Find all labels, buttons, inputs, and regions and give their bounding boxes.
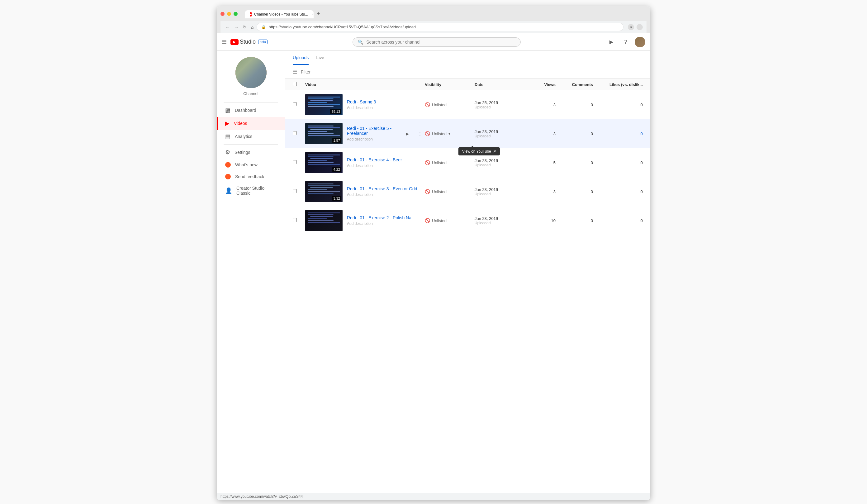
video-desc-1[interactable]: Add description — [347, 106, 425, 110]
header-right: ▶ ? — [606, 37, 645, 47]
row-date-1: Jan 25, 2019 Uploaded — [474, 100, 524, 109]
video-title-5[interactable]: Redi - 01 - Exercise 2 - Polish Na... — [347, 215, 425, 220]
date-main-4: Jan 23, 2019 — [474, 187, 524, 192]
reload-button[interactable]: ↻ — [242, 23, 248, 31]
video-title-1[interactable]: Redi - Spring 3 — [347, 99, 425, 104]
row-date-3: Jan 23, 2019 Uploaded — [474, 158, 524, 167]
studio-label: Studio — [240, 39, 256, 45]
url-box[interactable]: 🔒 https://studio.youtube.com/channel/UCP… — [257, 23, 623, 31]
row-checkbox-3[interactable] — [293, 160, 297, 164]
view-on-youtube-tooltip: View on YouTube ↗ — [458, 147, 500, 156]
sidebar-item-analytics[interactable]: ▤ Analytics — [217, 130, 285, 143]
video-desc-3[interactable]: Add description — [347, 163, 425, 168]
classic-icon: 👤 — [225, 187, 232, 194]
new-tab-button[interactable]: + — [314, 9, 323, 18]
row-visibility-1: 🚫 Unlisted — [425, 102, 474, 107]
youtube-watch-button[interactable]: ▶ — [402, 129, 412, 139]
visibility-text-5: Unlisted — [432, 218, 447, 223]
hamburger-button[interactable]: ☰ — [222, 39, 227, 45]
video-thumbnail-4[interactable]: 3:32 — [305, 181, 343, 202]
search-input[interactable] — [366, 40, 515, 44]
row-visibility-3: 🚫 Unlisted — [425, 160, 474, 165]
row-likes-5: 0 — [593, 218, 643, 223]
col-header-views: Views — [524, 82, 556, 87]
video-title-3[interactable]: Redi - 01 - Exercise 4 - Beer — [347, 157, 425, 162]
videos-icon: ▶ — [225, 120, 229, 127]
upload-video-button[interactable]: ▶ — [606, 37, 617, 47]
video-thumbnail-2[interactable]: 1:57 — [305, 123, 343, 144]
video-info-1: Redi - Spring 3 Add description — [347, 99, 425, 110]
col-header-video: Video — [305, 82, 425, 87]
tab-uploads[interactable]: Uploads — [293, 51, 309, 65]
row-comments-4: 0 — [556, 190, 593, 194]
row-video-2: 1:57 Redi - 01 - Exercise 5 - Freelancer… — [305, 123, 425, 144]
visibility-dropdown-2[interactable]: Unlisted ▼ — [432, 131, 451, 136]
close-dot[interactable] — [221, 12, 225, 16]
menu-icon[interactable]: ⋮ — [636, 24, 643, 30]
star-icon[interactable]: ★ — [628, 24, 634, 30]
row-visibility-5: 🚫 Unlisted — [425, 218, 474, 223]
forward-button[interactable]: → — [233, 23, 240, 31]
table-header: Video Visibility Date Views Comments Lik… — [285, 79, 650, 90]
sidebar-item-whatsnew[interactable]: ! What's new — [217, 159, 285, 171]
row-checkbox-4[interactable] — [293, 189, 297, 193]
filter-input[interactable] — [301, 69, 643, 74]
row-checkbox-5[interactable] — [293, 218, 297, 222]
visibility-text-3: Unlisted — [432, 160, 447, 165]
url-text: https://studio.youtube.com/channel/UCPuq… — [268, 25, 619, 29]
video-thumbnail-5[interactable] — [305, 210, 343, 231]
unlisted-icon-3: 🚫 — [425, 160, 430, 165]
table-row: Redi - 01 - Exercise 2 - Polish Na... Ad… — [285, 206, 650, 235]
tab-title: Channel Videos - YouTube Stu... — [254, 12, 308, 17]
main-layout: Channel ▩ Dashboard ▶ Videos ▤ Analytics… — [217, 51, 650, 493]
youtube-icon — [231, 39, 238, 45]
video-thumbnail-3[interactable]: 4:22 — [305, 152, 343, 173]
row-likes-4: 0 — [593, 190, 643, 194]
sidebar-item-settings[interactable]: ⚙ Settings — [217, 146, 285, 159]
sidebar-item-label-settings: Settings — [235, 150, 250, 155]
video-desc-2[interactable]: Add description — [347, 137, 398, 141]
content-area: Uploads Live ☰ Video Visib — [285, 51, 650, 493]
help-button[interactable]: ? — [620, 37, 631, 47]
home-button[interactable]: ⌂ — [250, 23, 255, 31]
row-checkbox-1[interactable] — [293, 102, 297, 106]
tab-close-button[interactable]: × — [312, 12, 314, 16]
row-comments-1: 0 — [556, 103, 593, 107]
sidebar-item-videos[interactable]: ▶ Videos — [217, 117, 285, 130]
row-comments-2: 0 — [556, 131, 593, 136]
video-title-2[interactable]: Redi - 01 - Exercise 5 - Freelancer — [347, 126, 398, 136]
back-button[interactable]: ← — [224, 23, 231, 31]
row-checkbox-2[interactable] — [293, 131, 297, 135]
sidebar-item-label-analytics: Analytics — [235, 134, 252, 139]
channel-label: Channel — [243, 91, 258, 96]
select-all-checkbox[interactable] — [293, 82, 297, 86]
tab-live[interactable]: Live — [316, 51, 324, 65]
tab-favicon-icon — [250, 12, 251, 17]
video-title-4[interactable]: Redi - 01 - Exercise 3 - Even or Odd — [347, 186, 425, 191]
filter-row: ☰ — [285, 65, 650, 79]
sidebar-divider-2 — [224, 144, 278, 144]
sidebar-item-feedback[interactable]: ! Send feedback — [217, 171, 285, 183]
sidebar-item-dashboard[interactable]: ▩ Dashboard — [217, 104, 285, 117]
channel-avatar-image — [235, 57, 267, 88]
active-tab[interactable]: Channel Videos - YouTube Stu... × — [245, 10, 314, 18]
video-duration-2: 1:57 — [332, 138, 341, 143]
minimize-dot[interactable] — [227, 12, 231, 16]
col-header-visibility: Visibility — [425, 82, 474, 87]
row-comments-5: 0 — [556, 218, 593, 223]
browser-tabs: Channel Videos - YouTube Stu... × + — [245, 9, 323, 18]
sidebar-item-label-feedback: Send feedback — [235, 174, 264, 179]
sidebar-item-label-whatsnew: What's new — [235, 162, 258, 167]
video-thumbnail-1[interactable]: 39:13 — [305, 94, 343, 115]
maximize-dot[interactable] — [234, 12, 238, 16]
sidebar-item-classic[interactable]: 👤 Creator Studio Classic — [217, 183, 285, 199]
video-desc-5[interactable]: Add description — [347, 222, 425, 226]
date-sub-4: Uploaded — [474, 192, 524, 196]
video-desc-4[interactable]: Add description — [347, 193, 425, 197]
channel-avatar[interactable] — [235, 57, 267, 88]
sidebar-item-label-classic: Creator Studio Classic — [236, 186, 278, 196]
more-options-button[interactable]: ⋮ — [415, 129, 425, 139]
user-avatar[interactable] — [635, 37, 645, 47]
settings-icon: ⚙ — [225, 149, 230, 156]
col-header-comments: Comments — [556, 82, 593, 87]
